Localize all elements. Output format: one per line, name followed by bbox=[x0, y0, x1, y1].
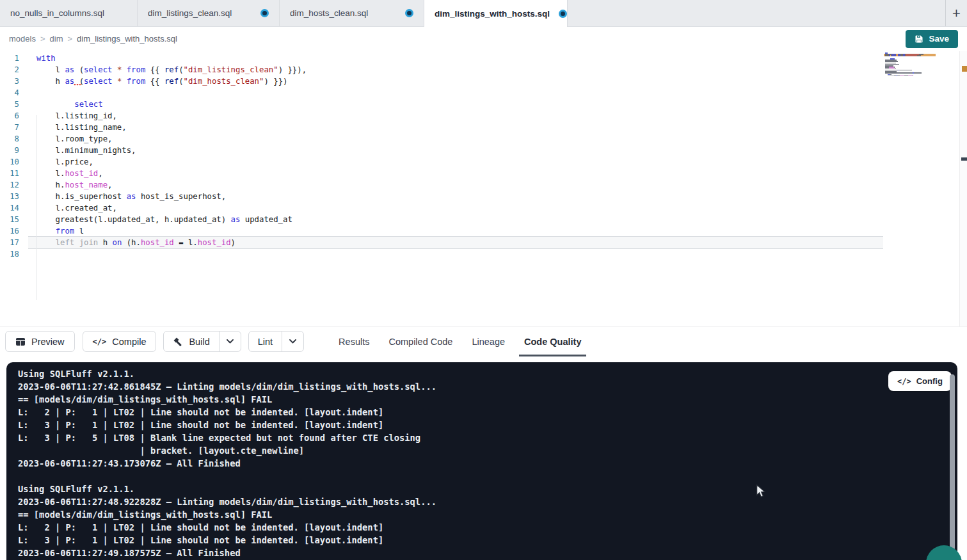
tab-label: dim_hosts_clean.sql bbox=[290, 8, 368, 18]
tab-results[interactable]: Results bbox=[333, 327, 374, 356]
code-line: l.listing_id, bbox=[36, 110, 307, 122]
code-token: select bbox=[84, 65, 112, 74]
terminal-line: L: 3 | P: 1 | LT02 | Line should not be … bbox=[18, 419, 436, 431]
lint-button-group: Lint bbox=[248, 331, 304, 352]
breadcrumb-item[interactable]: dim_listings_with_hosts.sql bbox=[77, 34, 177, 44]
minimap-token bbox=[906, 55, 917, 56]
code-token bbox=[122, 65, 126, 74]
code-token: l.created_at, bbox=[36, 204, 117, 212]
code-line: h.host_name, bbox=[36, 179, 307, 191]
line-number: 13 bbox=[0, 191, 19, 202]
overview-ruler[interactable] bbox=[959, 51, 967, 326]
code-token: l.listing_name, bbox=[36, 123, 127, 132]
code-token: host_is_superhost, bbox=[136, 192, 226, 201]
compile-button[interactable]: </>Compile bbox=[83, 331, 157, 352]
editor: 123456789101112131415161718 with l as (s… bbox=[0, 51, 967, 326]
code-token: ( bbox=[179, 65, 183, 74]
code-token: = l. bbox=[174, 238, 198, 247]
compile-button-label: Compile bbox=[112, 337, 146, 347]
tab-code-quality[interactable]: Code Quality bbox=[519, 327, 586, 356]
breadcrumb-item[interactable]: models bbox=[9, 34, 36, 44]
plus-icon: + bbox=[952, 5, 961, 22]
line-number: 1 bbox=[0, 52, 19, 64]
code-token: host_id bbox=[141, 238, 174, 247]
terminal-scrollbar[interactable] bbox=[950, 374, 955, 550]
code-token: ref bbox=[164, 65, 179, 74]
line-number: 17 bbox=[0, 237, 19, 248]
code-line: l.listing_name, bbox=[36, 122, 307, 133]
terminal-line: 2023-06-06T11:27:49.187575Z — All Finish… bbox=[18, 547, 436, 559]
code-token: updated_at bbox=[240, 215, 292, 224]
terminal-line: Using SQLFluff v2.1.1. bbox=[18, 367, 436, 380]
line-number: 6 bbox=[0, 110, 19, 122]
build-dropdown-button[interactable] bbox=[219, 332, 241, 351]
terminal-line: 2023-06-06T11:27:42.861845Z — Linting mo… bbox=[18, 380, 436, 393]
minimap-token bbox=[888, 76, 893, 77]
preview-button-label: Preview bbox=[31, 337, 65, 347]
code-token: l.price, bbox=[36, 157, 93, 166]
code-line: greatest(l.updated_at, h.updated_at) as … bbox=[36, 214, 307, 225]
code-editor[interactable]: with l as (select * from {{ ref("dim_lis… bbox=[36, 52, 307, 260]
terminal-panel[interactable]: Using SQLFluff v2.1.1.2023-06-06T11:27:4… bbox=[6, 362, 957, 560]
code-token: l.minimum_nights, bbox=[36, 146, 136, 155]
line-number: 14 bbox=[0, 202, 19, 214]
tab-compiled-code[interactable]: Compiled Code bbox=[383, 327, 458, 356]
terminal-line: == [models/dim/dim_listings_with_hosts.s… bbox=[18, 508, 436, 521]
code-line: l.price, bbox=[36, 156, 307, 168]
line-number: 11 bbox=[0, 168, 19, 179]
config-button[interactable]: </> Config bbox=[888, 371, 952, 391]
lint-button[interactable]: Lint bbox=[249, 332, 282, 351]
minimap-line bbox=[885, 77, 936, 78]
code-icon: </> bbox=[93, 337, 107, 346]
code-token: h bbox=[36, 77, 65, 86]
minimap-token bbox=[908, 76, 913, 77]
code-token: as bbox=[65, 65, 74, 74]
code-token: h. bbox=[36, 180, 65, 189]
code-token: , bbox=[98, 169, 102, 178]
code-line: h.is_superhost as host_is_superhost, bbox=[36, 191, 307, 202]
code-token: select bbox=[84, 77, 112, 86]
code-token: left join bbox=[56, 238, 99, 247]
breadcrumb-item[interactable]: dim bbox=[50, 34, 63, 44]
code-token: from bbox=[127, 65, 146, 74]
lint-dropdown-button[interactable] bbox=[282, 332, 303, 351]
tab-lineage[interactable]: Lineage bbox=[467, 327, 510, 356]
tab-no_nulls_in_columns[interactable]: no_nulls_in_columns.sql bbox=[0, 0, 138, 26]
code-token: as bbox=[127, 192, 136, 201]
tab-label: no_nulls_in_columns.sql bbox=[10, 8, 104, 18]
code-line: with bbox=[36, 52, 307, 64]
minimap[interactable] bbox=[885, 52, 936, 78]
code-token: on bbox=[112, 238, 122, 247]
save-icon bbox=[915, 35, 923, 44]
code-token bbox=[112, 65, 116, 74]
line-number: 2 bbox=[0, 64, 19, 76]
preview-button[interactable]: Preview bbox=[5, 331, 75, 352]
line-number: 5 bbox=[0, 99, 19, 110]
terminal-line: L: 2 | P: 1 | LT02 | Line should not be … bbox=[18, 406, 436, 419]
code-line: left join h on (h.host_id = l.host_id) bbox=[36, 237, 307, 248]
code-line: l as (select * from {{ ref("dim_listings… bbox=[36, 64, 307, 76]
terminal-output: Using SQLFluff v2.1.1.2023-06-06T11:27:4… bbox=[18, 367, 436, 559]
new-tab-button[interactable]: + bbox=[946, 0, 967, 26]
tab-dim_listings_clean[interactable]: dim_listings_clean.sql bbox=[138, 0, 280, 26]
code-line: l.host_id, bbox=[36, 168, 307, 179]
tab-list: no_nulls_in_columns.sqldim_listings_clea… bbox=[0, 0, 568, 26]
code-token: "dim_listings_clean" bbox=[184, 65, 278, 74]
line-number: 9 bbox=[0, 145, 19, 156]
tab-dim_hosts_clean[interactable]: dim_hosts_clean.sql bbox=[280, 0, 424, 26]
overview-warning-marker bbox=[962, 66, 967, 72]
terminal-line: | bracket. [layout.cte_newline] bbox=[18, 444, 436, 457]
tab-dim_listings_with_hosts[interactable]: dim_listings_with_hosts.sql bbox=[424, 0, 568, 27]
build-button-group: Build bbox=[163, 331, 241, 352]
build-button[interactable]: Build bbox=[164, 332, 218, 351]
code-token: (h. bbox=[122, 238, 141, 247]
code-token: ) }}), bbox=[278, 65, 307, 74]
code-token: host_id bbox=[65, 169, 98, 178]
hammer-icon bbox=[173, 337, 183, 347]
code-token: ( bbox=[74, 65, 84, 74]
minimap-token bbox=[899, 70, 912, 71]
scroll-position-marker bbox=[961, 157, 967, 161]
save-button[interactable]: Save bbox=[906, 30, 958, 48]
code-line: l.minimum_nights, bbox=[36, 145, 307, 156]
modified-indicator-dot bbox=[260, 9, 269, 17]
